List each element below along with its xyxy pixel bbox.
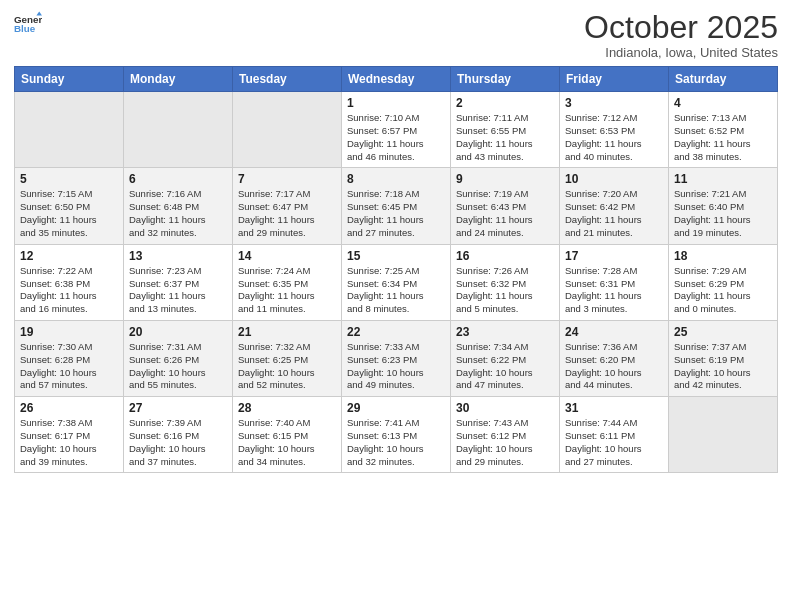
day-number: 21 <box>238 325 336 339</box>
calendar-cell: 7Sunrise: 7:17 AM Sunset: 6:47 PM Daylig… <box>233 168 342 244</box>
day-number: 31 <box>565 401 663 415</box>
day-info: Sunrise: 7:30 AM Sunset: 6:28 PM Dayligh… <box>20 341 118 392</box>
day-number: 3 <box>565 96 663 110</box>
day-number: 5 <box>20 172 118 186</box>
day-number: 13 <box>129 249 227 263</box>
day-info: Sunrise: 7:12 AM Sunset: 6:53 PM Dayligh… <box>565 112 663 163</box>
calendar-cell: 29Sunrise: 7:41 AM Sunset: 6:13 PM Dayli… <box>342 397 451 473</box>
day-info: Sunrise: 7:33 AM Sunset: 6:23 PM Dayligh… <box>347 341 445 392</box>
day-info: Sunrise: 7:41 AM Sunset: 6:13 PM Dayligh… <box>347 417 445 468</box>
calendar-week-row: 19Sunrise: 7:30 AM Sunset: 6:28 PM Dayli… <box>15 320 778 396</box>
calendar-cell: 15Sunrise: 7:25 AM Sunset: 6:34 PM Dayli… <box>342 244 451 320</box>
day-info: Sunrise: 7:38 AM Sunset: 6:17 PM Dayligh… <box>20 417 118 468</box>
calendar-cell: 31Sunrise: 7:44 AM Sunset: 6:11 PM Dayli… <box>560 397 669 473</box>
calendar-cell: 30Sunrise: 7:43 AM Sunset: 6:12 PM Dayli… <box>451 397 560 473</box>
calendar-week-row: 1Sunrise: 7:10 AM Sunset: 6:57 PM Daylig… <box>15 92 778 168</box>
day-info: Sunrise: 7:28 AM Sunset: 6:31 PM Dayligh… <box>565 265 663 316</box>
calendar-cell <box>15 92 124 168</box>
calendar-subtitle: Indianola, Iowa, United States <box>584 45 778 60</box>
calendar-week-row: 12Sunrise: 7:22 AM Sunset: 6:38 PM Dayli… <box>15 244 778 320</box>
logo: General Blue <box>14 10 42 38</box>
day-info: Sunrise: 7:11 AM Sunset: 6:55 PM Dayligh… <box>456 112 554 163</box>
day-info: Sunrise: 7:18 AM Sunset: 6:45 PM Dayligh… <box>347 188 445 239</box>
day-number: 6 <box>129 172 227 186</box>
weekday-header: Thursday <box>451 67 560 92</box>
day-info: Sunrise: 7:26 AM Sunset: 6:32 PM Dayligh… <box>456 265 554 316</box>
calendar-cell: 26Sunrise: 7:38 AM Sunset: 6:17 PM Dayli… <box>15 397 124 473</box>
day-number: 10 <box>565 172 663 186</box>
calendar-cell: 24Sunrise: 7:36 AM Sunset: 6:20 PM Dayli… <box>560 320 669 396</box>
weekday-header: Monday <box>124 67 233 92</box>
day-number: 17 <box>565 249 663 263</box>
day-info: Sunrise: 7:36 AM Sunset: 6:20 PM Dayligh… <box>565 341 663 392</box>
day-info: Sunrise: 7:10 AM Sunset: 6:57 PM Dayligh… <box>347 112 445 163</box>
calendar-cell: 22Sunrise: 7:33 AM Sunset: 6:23 PM Dayli… <box>342 320 451 396</box>
day-info: Sunrise: 7:24 AM Sunset: 6:35 PM Dayligh… <box>238 265 336 316</box>
day-info: Sunrise: 7:15 AM Sunset: 6:50 PM Dayligh… <box>20 188 118 239</box>
calendar-cell <box>669 397 778 473</box>
day-number: 14 <box>238 249 336 263</box>
calendar-cell: 18Sunrise: 7:29 AM Sunset: 6:29 PM Dayli… <box>669 244 778 320</box>
day-info: Sunrise: 7:19 AM Sunset: 6:43 PM Dayligh… <box>456 188 554 239</box>
calendar-cell: 11Sunrise: 7:21 AM Sunset: 6:40 PM Dayli… <box>669 168 778 244</box>
title-block: October 2025 Indianola, Iowa, United Sta… <box>584 10 778 60</box>
day-number: 8 <box>347 172 445 186</box>
day-number: 22 <box>347 325 445 339</box>
day-info: Sunrise: 7:43 AM Sunset: 6:12 PM Dayligh… <box>456 417 554 468</box>
day-number: 19 <box>20 325 118 339</box>
calendar-cell: 20Sunrise: 7:31 AM Sunset: 6:26 PM Dayli… <box>124 320 233 396</box>
day-info: Sunrise: 7:20 AM Sunset: 6:42 PM Dayligh… <box>565 188 663 239</box>
day-info: Sunrise: 7:39 AM Sunset: 6:16 PM Dayligh… <box>129 417 227 468</box>
calendar-week-row: 26Sunrise: 7:38 AM Sunset: 6:17 PM Dayli… <box>15 397 778 473</box>
day-info: Sunrise: 7:22 AM Sunset: 6:38 PM Dayligh… <box>20 265 118 316</box>
day-info: Sunrise: 7:31 AM Sunset: 6:26 PM Dayligh… <box>129 341 227 392</box>
day-number: 4 <box>674 96 772 110</box>
day-number: 24 <box>565 325 663 339</box>
calendar-cell: 23Sunrise: 7:34 AM Sunset: 6:22 PM Dayli… <box>451 320 560 396</box>
page: General Blue October 2025 Indianola, Iow… <box>0 0 792 612</box>
calendar-cell <box>233 92 342 168</box>
weekday-header: Wednesday <box>342 67 451 92</box>
calendar-cell: 4Sunrise: 7:13 AM Sunset: 6:52 PM Daylig… <box>669 92 778 168</box>
day-number: 25 <box>674 325 772 339</box>
day-info: Sunrise: 7:44 AM Sunset: 6:11 PM Dayligh… <box>565 417 663 468</box>
calendar-cell: 5Sunrise: 7:15 AM Sunset: 6:50 PM Daylig… <box>15 168 124 244</box>
day-info: Sunrise: 7:16 AM Sunset: 6:48 PM Dayligh… <box>129 188 227 239</box>
day-number: 11 <box>674 172 772 186</box>
calendar-table: SundayMondayTuesdayWednesdayThursdayFrid… <box>14 66 778 473</box>
calendar-cell: 14Sunrise: 7:24 AM Sunset: 6:35 PM Dayli… <box>233 244 342 320</box>
day-info: Sunrise: 7:25 AM Sunset: 6:34 PM Dayligh… <box>347 265 445 316</box>
day-number: 16 <box>456 249 554 263</box>
calendar-week-row: 5Sunrise: 7:15 AM Sunset: 6:50 PM Daylig… <box>15 168 778 244</box>
day-number: 9 <box>456 172 554 186</box>
header: General Blue October 2025 Indianola, Iow… <box>14 10 778 60</box>
calendar-cell <box>124 92 233 168</box>
calendar-cell: 19Sunrise: 7:30 AM Sunset: 6:28 PM Dayli… <box>15 320 124 396</box>
day-number: 1 <box>347 96 445 110</box>
day-number: 26 <box>20 401 118 415</box>
calendar-cell: 12Sunrise: 7:22 AM Sunset: 6:38 PM Dayli… <box>15 244 124 320</box>
day-number: 27 <box>129 401 227 415</box>
calendar-title: October 2025 <box>584 10 778 45</box>
weekday-header: Saturday <box>669 67 778 92</box>
calendar-cell: 17Sunrise: 7:28 AM Sunset: 6:31 PM Dayli… <box>560 244 669 320</box>
day-number: 23 <box>456 325 554 339</box>
day-number: 20 <box>129 325 227 339</box>
calendar-cell: 16Sunrise: 7:26 AM Sunset: 6:32 PM Dayli… <box>451 244 560 320</box>
calendar-cell: 25Sunrise: 7:37 AM Sunset: 6:19 PM Dayli… <box>669 320 778 396</box>
day-number: 2 <box>456 96 554 110</box>
day-number: 29 <box>347 401 445 415</box>
weekday-row: SundayMondayTuesdayWednesdayThursdayFrid… <box>15 67 778 92</box>
logo-icon: General Blue <box>14 10 42 38</box>
day-info: Sunrise: 7:29 AM Sunset: 6:29 PM Dayligh… <box>674 265 772 316</box>
weekday-header: Tuesday <box>233 67 342 92</box>
day-info: Sunrise: 7:13 AM Sunset: 6:52 PM Dayligh… <box>674 112 772 163</box>
calendar-cell: 21Sunrise: 7:32 AM Sunset: 6:25 PM Dayli… <box>233 320 342 396</box>
calendar-cell: 1Sunrise: 7:10 AM Sunset: 6:57 PM Daylig… <box>342 92 451 168</box>
day-info: Sunrise: 7:32 AM Sunset: 6:25 PM Dayligh… <box>238 341 336 392</box>
calendar-cell: 6Sunrise: 7:16 AM Sunset: 6:48 PM Daylig… <box>124 168 233 244</box>
day-number: 15 <box>347 249 445 263</box>
day-number: 30 <box>456 401 554 415</box>
calendar-header: SundayMondayTuesdayWednesdayThursdayFrid… <box>15 67 778 92</box>
calendar-body: 1Sunrise: 7:10 AM Sunset: 6:57 PM Daylig… <box>15 92 778 473</box>
